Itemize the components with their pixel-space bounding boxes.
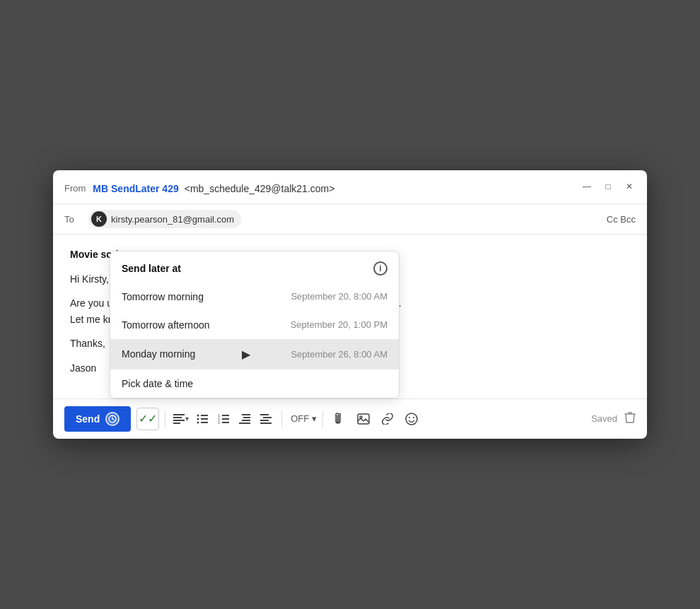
send-later-header: Send later at i: [110, 252, 399, 283]
svg-rect-3: [173, 414, 185, 415]
svg-point-30: [409, 417, 410, 418]
info-icon[interactable]: i: [373, 261, 387, 276]
svg-rect-23: [260, 414, 269, 415]
delete-button[interactable]: [624, 411, 636, 427]
svg-rect-14: [222, 415, 229, 416]
svg-rect-26: [260, 422, 272, 424]
to-row: To K kirsty.pearson_81@gmail.com Cc Bcc: [53, 204, 647, 235]
saved-area: Saved: [591, 411, 636, 427]
send-button[interactable]: Send: [64, 406, 131, 432]
sender-email: <mb_schedule_429@talk21.com>: [185, 183, 335, 194]
option-time: September 20, 1:00 PM: [291, 319, 387, 330]
svg-rect-22: [239, 422, 250, 424]
svg-point-11: [197, 421, 199, 423]
send-later-panel: Send later at i Tomorrow morning Septemb…: [110, 251, 399, 398]
svg-rect-4: [173, 417, 182, 418]
email-body: Movie script Hi Kirsty, Are you up to re…: [53, 235, 647, 398]
send-label: Send: [76, 413, 100, 425]
dropdown-chevron-icon: ▾: [312, 413, 317, 424]
svg-rect-5: [173, 420, 185, 421]
send-later-title: Send later at: [122, 263, 181, 274]
send-later-option-tomorrow-morning[interactable]: Tomorrow morning September 20, 8:00 AM: [110, 283, 399, 311]
send-clock-icon: [105, 412, 119, 426]
insert-emoji-button[interactable]: [401, 408, 422, 430]
ordered-list-button[interactable]: 1. 2. 3.: [214, 409, 233, 429]
svg-rect-18: [222, 422, 229, 423]
off-label: OFF: [291, 413, 309, 424]
svg-rect-8: [201, 415, 208, 416]
off-toggle[interactable]: OFF ▾: [291, 413, 317, 424]
send-later-option-pick-date[interactable]: Pick date & time: [110, 369, 399, 398]
svg-rect-21: [242, 420, 250, 421]
svg-rect-24: [263, 417, 272, 418]
svg-text:3.: 3.: [218, 420, 221, 424]
svg-rect-10: [201, 418, 208, 420]
avatar: K: [91, 211, 107, 227]
option-label: Tomorrow afternoon: [122, 319, 210, 331]
from-label: From: [64, 183, 86, 194]
option-time: September 20, 8:00 AM: [291, 291, 387, 302]
svg-rect-16: [222, 418, 229, 420]
option-label: Monday morning: [122, 348, 195, 360]
insert-link-button[interactable]: [377, 408, 398, 430]
send-later-option-monday-morning[interactable]: Monday morning ▶ September 26, 8:00 AM: [110, 339, 399, 369]
outdent-button[interactable]: [256, 409, 276, 429]
option-time: September 26, 8:00 AM: [291, 349, 387, 360]
unordered-list-button[interactable]: [192, 409, 212, 429]
align-button[interactable]: ▾: [171, 409, 191, 429]
svg-rect-12: [201, 422, 208, 423]
window-controls: — □ ✕: [581, 180, 636, 193]
svg-rect-6: [173, 422, 180, 424]
cc-bcc-button[interactable]: Cc Bcc: [607, 214, 636, 225]
option-label: Pick date & time: [122, 378, 193, 389]
email-compose-window: From MB SendLater 429 <mb_schedule_429@t…: [53, 170, 647, 439]
svg-point-9: [197, 418, 199, 420]
attach-file-button[interactable]: [329, 408, 350, 430]
svg-line-2: [112, 419, 115, 420]
close-button[interactable]: ✕: [623, 180, 636, 193]
toolbar: Send ✓✓ ▾: [53, 398, 647, 439]
saved-label: Saved: [591, 413, 617, 424]
toolbar-divider-2: [281, 410, 282, 427]
indent-button[interactable]: [235, 409, 255, 429]
svg-rect-20: [243, 417, 250, 418]
maximize-button[interactable]: □: [602, 180, 614, 193]
recipient-chip[interactable]: K kirsty.pearson_81@gmail.com: [88, 210, 241, 228]
cursor-indicator: ▶: [242, 348, 250, 361]
sender-name: MB SendLater 429: [93, 183, 178, 194]
svg-rect-19: [242, 414, 250, 415]
svg-rect-25: [260, 420, 269, 421]
to-label: To: [64, 214, 81, 225]
recipient-email: kirsty.pearson_81@gmail.com: [111, 214, 234, 225]
title-bar: From MB SendLater 429 <mb_schedule_429@t…: [53, 170, 647, 204]
insert-image-button[interactable]: [353, 408, 374, 430]
svg-point-29: [406, 413, 417, 425]
toolbar-divider-1: [165, 410, 165, 427]
check-button[interactable]: ✓✓: [136, 408, 159, 430]
toolbar-divider-3: [322, 410, 323, 427]
send-later-option-tomorrow-afternoon[interactable]: Tomorrow afternoon September 20, 1:00 PM: [110, 311, 399, 339]
minimize-button[interactable]: —: [581, 180, 593, 193]
svg-point-31: [413, 417, 414, 418]
format-group: ▾ 1. 2. 3.: [171, 409, 276, 429]
svg-point-7: [197, 414, 199, 416]
option-label: Tomorrow morning: [122, 291, 204, 302]
